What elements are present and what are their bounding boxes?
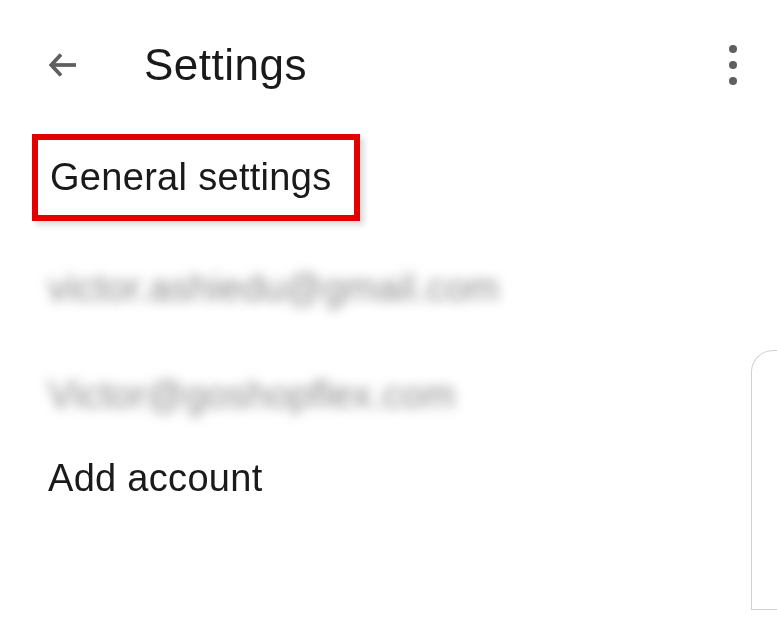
list-item-account[interactable]: victor.ashiedu@gmail.com: [0, 249, 777, 328]
spacer: [0, 328, 777, 356]
page-title: Settings: [144, 40, 307, 90]
back-button[interactable]: [42, 43, 86, 87]
app-header: Settings: [0, 0, 777, 130]
list-item-account[interactable]: Victor@goshopflex.com: [0, 356, 777, 435]
scrollbar-handle[interactable]: [751, 350, 777, 610]
more-options-button[interactable]: [719, 35, 747, 95]
settings-list: General settings victor.ashiedu@gmail.co…: [0, 130, 777, 522]
list-item-general-settings[interactable]: General settings: [50, 156, 332, 199]
list-item-add-account[interactable]: Add account: [0, 435, 777, 522]
more-vert-icon: [729, 77, 737, 85]
arrow-left-icon: [46, 47, 82, 83]
more-vert-icon: [729, 45, 737, 53]
more-vert-icon: [729, 61, 737, 69]
highlight-annotation: General settings: [32, 134, 360, 221]
